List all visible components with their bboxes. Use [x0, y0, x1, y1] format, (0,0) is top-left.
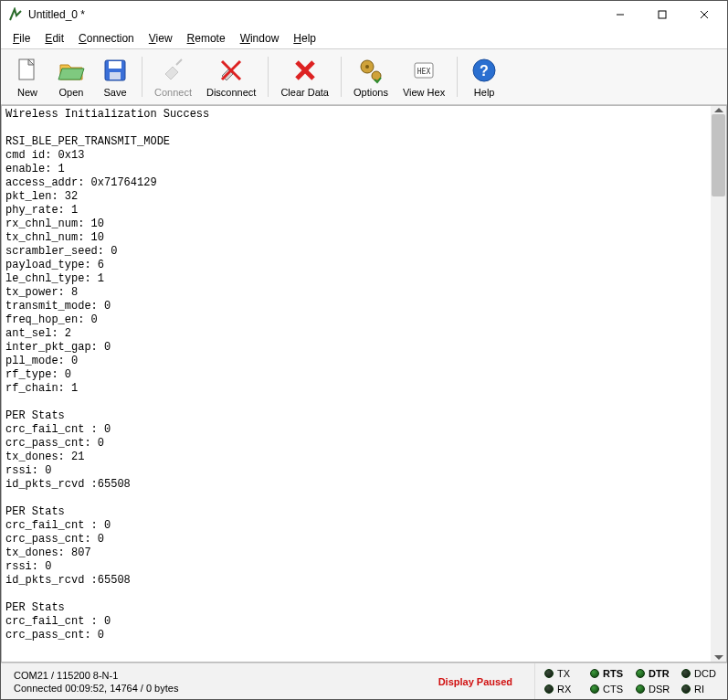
- led-indicator-icon: [636, 684, 645, 694]
- toolbar: New Open Save Connect Disconnect Clear D…: [1, 49, 727, 105]
- led-indicator-icon: [681, 669, 691, 678]
- disconnect-icon: [216, 56, 246, 85]
- led-indicator-icon: [636, 669, 645, 678]
- status-connected: Connected 00:09:52, 14764 / 0 bytes: [14, 683, 437, 694]
- window-title: Untitled_0 *: [28, 8, 599, 21]
- minimize-button[interactable]: [599, 1, 641, 28]
- led-indicator-icon: [590, 684, 599, 694]
- led-rts[interactable]: RTS: [590, 668, 627, 679]
- help-label: Help: [474, 87, 495, 98]
- save-icon: [100, 56, 130, 85]
- scroll-thumb[interactable]: [712, 114, 725, 196]
- options-button[interactable]: Options: [347, 53, 395, 101]
- close-button[interactable]: [683, 1, 725, 28]
- open-button[interactable]: Open: [50, 53, 92, 101]
- new-label: New: [17, 87, 37, 98]
- menu-bar: File Edit Connection View Remote Window …: [1, 28, 727, 49]
- menu-view[interactable]: View: [142, 30, 179, 47]
- menu-remote[interactable]: Remote: [181, 30, 232, 47]
- new-button[interactable]: New: [6, 53, 48, 101]
- clear-data-button[interactable]: Clear Data: [274, 53, 335, 101]
- clear-label: Clear Data: [280, 87, 329, 98]
- led-dsr: DSR: [636, 684, 672, 695]
- led-indicator-icon: [681, 684, 691, 694]
- toolbar-separator: [268, 57, 269, 97]
- led-rx: RX: [544, 684, 581, 695]
- menu-window[interactable]: Window: [234, 30, 286, 47]
- help-button[interactable]: ? Help: [463, 53, 505, 101]
- menu-edit[interactable]: Edit: [38, 30, 70, 47]
- led-dtr[interactable]: DTR: [636, 668, 672, 679]
- status-connection-panel: COM21 / 115200 8-N-1 Connected 00:09:52,…: [1, 663, 535, 699]
- led-dcd: DCD: [681, 668, 718, 679]
- menu-file[interactable]: File: [6, 30, 37, 47]
- new-file-icon: [13, 56, 42, 85]
- terminal-output[interactable]: Wireless Initialization Success RSI_BLE_…: [2, 106, 711, 662]
- open-folder-icon: [57, 56, 86, 85]
- disconnect-label: Disconnect: [206, 87, 256, 98]
- led-cts: CTS: [590, 684, 627, 695]
- toolbar-separator: [341, 57, 342, 97]
- menu-connection[interactable]: Connection: [72, 30, 141, 47]
- app-icon: [8, 7, 23, 22]
- open-label: Open: [59, 87, 84, 98]
- viewhex-label: View Hex: [403, 87, 445, 98]
- status-port: COM21 / 115200 8-N-1: [14, 670, 437, 681]
- maximize-button[interactable]: [641, 1, 683, 28]
- toolbar-separator: [142, 57, 142, 97]
- connect-button: Connect: [148, 53, 198, 101]
- toolbar-separator: [457, 57, 458, 97]
- svg-rect-1: [659, 11, 666, 18]
- hex-icon: HEX: [409, 56, 438, 85]
- disconnect-button[interactable]: Disconnect: [200, 53, 262, 101]
- help-icon: ?: [470, 56, 499, 85]
- led-ri: RI: [681, 684, 718, 695]
- view-hex-button[interactable]: HEX View Hex: [396, 53, 451, 101]
- clear-icon: [290, 56, 320, 85]
- terminal-pane: Wireless Initialization Success RSI_BLE_…: [1, 105, 727, 663]
- connect-icon: [158, 56, 187, 85]
- status-led-panel: TX RX RTS CTS DTR DSR DCD RI: [535, 663, 727, 699]
- vertical-scrollbar[interactable]: [711, 106, 726, 662]
- svg-text:HEX: HEX: [417, 68, 431, 76]
- menu-help[interactable]: Help: [287, 30, 322, 47]
- svg-rect-8: [110, 72, 121, 80]
- led-indicator-icon: [544, 684, 554, 694]
- svg-point-15: [365, 65, 369, 69]
- led-indicator-icon: [590, 669, 599, 678]
- led-tx: TX: [544, 668, 581, 679]
- save-label: Save: [103, 87, 126, 98]
- svg-text:?: ?: [480, 63, 489, 79]
- status-bar: COM21 / 115200 8-N-1 Connected 00:09:52,…: [1, 663, 727, 699]
- options-icon: [356, 56, 385, 85]
- scroll-down-arrow-icon[interactable]: [714, 655, 723, 660]
- connect-label: Connect: [154, 87, 192, 98]
- title-bar: Untitled_0 *: [1, 1, 727, 28]
- svg-rect-7: [109, 61, 121, 69]
- options-label: Options: [353, 87, 388, 98]
- svg-line-9: [176, 59, 182, 65]
- save-button[interactable]: Save: [94, 53, 136, 101]
- led-indicator-icon: [544, 669, 554, 678]
- status-display-paused: Display Paused: [438, 676, 522, 687]
